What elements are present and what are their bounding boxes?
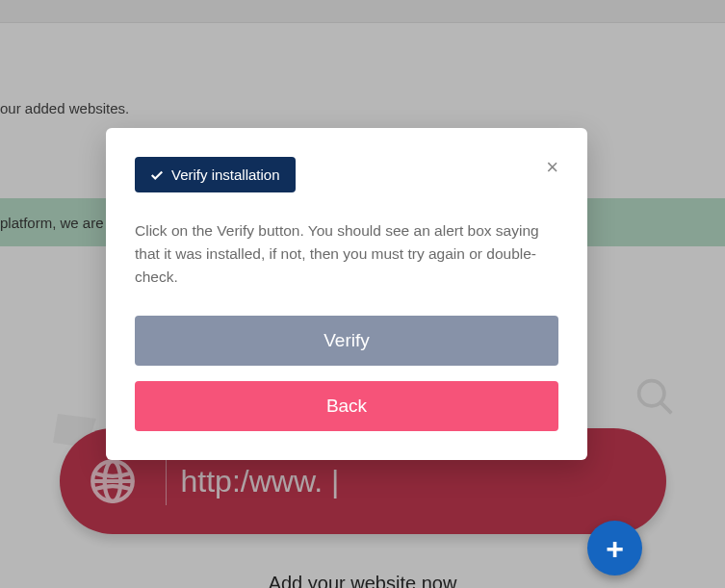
close-icon: ×	[546, 155, 558, 179]
modal-header: Verify installation ×	[135, 157, 558, 192]
plus-icon: +	[606, 533, 624, 564]
badge-label: Verify installation	[171, 166, 280, 183]
add-fab[interactable]: +	[587, 521, 642, 575]
verify-installation-badge: Verify installation	[135, 157, 296, 192]
check-icon	[150, 168, 164, 182]
close-button[interactable]: ×	[546, 157, 558, 178]
verify-button[interactable]: Verify	[135, 316, 558, 366]
back-button[interactable]: Back	[135, 381, 558, 431]
verify-modal: Verify installation × Click on the Verif…	[106, 128, 587, 460]
modal-description: Click on the Verify button. You should s…	[135, 219, 558, 289]
